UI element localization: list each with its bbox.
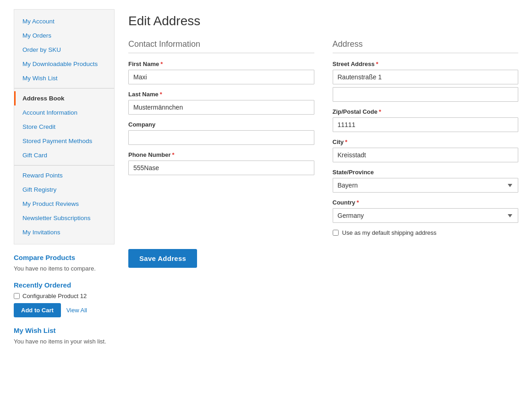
sidebar-item-my-product-reviews[interactable]: My Product Reviews <box>14 197 114 211</box>
form-actions: Save Address <box>128 249 518 268</box>
sidebar-navigation: My AccountMy OrdersOrder by SKUMy Downlo… <box>14 9 115 244</box>
save-address-button[interactable]: Save Address <box>128 249 197 268</box>
form-sections: Contact Information First Name* Last Nam… <box>128 39 518 236</box>
compare-products-widget: Compare Products You have no items to co… <box>14 254 115 272</box>
sidebar-link-my-wish-list[interactable]: My Wish List <box>14 71 114 85</box>
view-all-link[interactable]: View All <box>66 307 87 314</box>
main-content: Edit Address Contact Information First N… <box>128 9 518 406</box>
sidebar-item-reward-points[interactable]: Reward Points <box>14 168 114 183</box>
phone-field-group: Phone Number* <box>128 151 314 175</box>
default-shipping-checkbox[interactable] <box>333 230 339 236</box>
sidebar-link-my-downloadable-products[interactable]: My Downloadable Products <box>14 57 114 71</box>
compare-products-empty: You have no items to compare. <box>14 265 115 272</box>
sidebar-item-gift-card[interactable]: Gift Card <box>14 148 114 162</box>
sidebar-item-my-invitations[interactable]: My Invitations <box>14 225 114 239</box>
street-input-1[interactable] <box>333 70 519 84</box>
add-to-cart-button[interactable]: Add to Cart <box>14 303 61 317</box>
first-name-label: First Name* <box>128 61 314 67</box>
zip-input[interactable] <box>333 117 519 132</box>
street-input-2[interactable] <box>333 87 519 102</box>
state-field-group: State/Province Bayern Berlin Hamburg Hes… <box>333 169 519 193</box>
sidebar-item-stored-payment-methods[interactable]: Stored Payment Methods <box>14 134 114 148</box>
sidebar-item-gift-registry[interactable]: Gift Registry <box>14 183 114 197</box>
state-label: State/Province <box>333 169 519 176</box>
phone-input[interactable] <box>128 160 314 175</box>
compare-products-title: Compare Products <box>14 254 115 261</box>
sidebar: My AccountMy OrdersOrder by SKUMy Downlo… <box>14 9 115 406</box>
sidebar-item-my-wish-list[interactable]: My Wish List <box>14 71 114 85</box>
sidebar-link-newsletter-subscriptions[interactable]: Newsletter Subscriptions <box>14 211 114 225</box>
sidebar-link-account-information[interactable]: Account Information <box>14 105 114 120</box>
city-field-group: City* <box>333 138 519 162</box>
sidebar-link-address-book[interactable]: Address Book <box>14 91 114 105</box>
sidebar-item-newsletter-subscriptions[interactable]: Newsletter Subscriptions <box>14 211 114 225</box>
sidebar-item-my-account[interactable]: My Account <box>14 14 114 28</box>
last-name-input[interactable] <box>128 100 314 115</box>
recently-ordered-product-label: Configurable Product 12 <box>22 293 87 299</box>
zip-label: Zip/Postal Code* <box>333 108 519 115</box>
company-label: Company <box>128 121 314 128</box>
first-name-input[interactable] <box>128 70 314 84</box>
recently-ordered-checkbox[interactable] <box>14 293 20 299</box>
recently-ordered-widget: Recently Ordered Configurable Product 12… <box>14 281 115 317</box>
recently-ordered-title: Recently Ordered <box>14 281 115 289</box>
sidebar-item-address-book[interactable]: Address Book <box>14 91 114 105</box>
address-section: Address Street Address* Zip/Postal Code* <box>333 39 519 236</box>
sidebar-link-my-product-reviews[interactable]: My Product Reviews <box>14 197 114 211</box>
sidebar-item-order-by-sku[interactable]: Order by SKU <box>14 43 114 57</box>
state-select[interactable]: Bayern Berlin Hamburg Hessen Sachsen <box>333 178 519 193</box>
recently-ordered-item: Configurable Product 12 <box>14 293 115 299</box>
last-name-label: Last Name* <box>128 91 314 98</box>
sidebar-item-my-orders[interactable]: My Orders <box>14 28 114 43</box>
phone-label: Phone Number* <box>128 151 314 158</box>
address-section-title: Address <box>333 39 519 53</box>
contact-section: Contact Information First Name* Last Nam… <box>128 39 314 236</box>
sidebar-link-store-credit[interactable]: Store Credit <box>14 120 114 134</box>
street-field-group: Street Address* <box>333 61 519 102</box>
city-input[interactable] <box>333 148 519 162</box>
zip-field-group: Zip/Postal Code* <box>333 108 519 132</box>
default-shipping-row: Use as my default shipping address <box>333 229 519 236</box>
city-label: City* <box>333 138 519 145</box>
sidebar-link-reward-points[interactable]: Reward Points <box>14 168 114 183</box>
sidebar-item-account-information[interactable]: Account Information <box>14 105 114 120</box>
country-select[interactable]: Germany Austria Switzerland United State… <box>333 208 519 223</box>
country-field-group: Country* Germany Austria Switzerland Uni… <box>333 199 519 223</box>
street-label: Street Address* <box>333 61 519 67</box>
contact-section-title: Contact Information <box>128 39 314 53</box>
wish-list-title: My Wish List <box>14 326 115 334</box>
wish-list-widget: My Wish List You have no items in your w… <box>14 326 115 345</box>
sidebar-item-my-downloadable-products[interactable]: My Downloadable Products <box>14 57 114 71</box>
company-field-group: Company <box>128 121 314 145</box>
sidebar-link-stored-payment-methods[interactable]: Stored Payment Methods <box>14 134 114 148</box>
default-shipping-label: Use as my default shipping address <box>342 229 437 236</box>
sidebar-link-gift-registry[interactable]: Gift Registry <box>14 183 114 197</box>
sidebar-link-my-account[interactable]: My Account <box>14 14 114 28</box>
company-input[interactable] <box>128 130 314 145</box>
sidebar-item-store-credit[interactable]: Store Credit <box>14 120 114 134</box>
page-title: Edit Address <box>128 14 518 28</box>
sidebar-link-order-by-sku[interactable]: Order by SKU <box>14 43 114 57</box>
country-label: Country* <box>333 199 519 206</box>
sidebar-link-gift-card[interactable]: Gift Card <box>14 148 114 162</box>
sidebar-link-my-invitations[interactable]: My Invitations <box>14 225 114 239</box>
sidebar-link-my-orders[interactable]: My Orders <box>14 28 114 43</box>
last-name-field-group: Last Name* <box>128 91 314 115</box>
wish-list-empty: You have no items in your wish list. <box>14 338 115 345</box>
first-name-field-group: First Name* <box>128 61 314 84</box>
